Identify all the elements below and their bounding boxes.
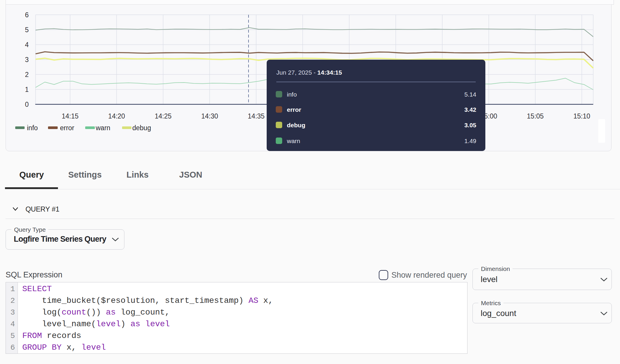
svg-text:14:20: 14:20 [108, 112, 125, 120]
svg-text:14:30: 14:30 [201, 112, 218, 120]
svg-text:4: 4 [25, 41, 29, 49]
svg-text:15:10: 15:10 [573, 112, 590, 120]
svg-text:6: 6 [25, 11, 29, 19]
svg-text:14:35: 14:35 [248, 112, 265, 120]
svg-text:5: 5 [25, 26, 29, 34]
svg-text:15:05: 15:05 [527, 112, 544, 120]
svg-text:14:15: 14:15 [62, 112, 79, 120]
svg-text:2: 2 [25, 71, 29, 78]
svg-text:0: 0 [25, 101, 29, 108]
svg-text:3: 3 [25, 56, 29, 63]
svg-text:1: 1 [25, 86, 29, 93]
svg-text:14:25: 14:25 [155, 112, 172, 120]
